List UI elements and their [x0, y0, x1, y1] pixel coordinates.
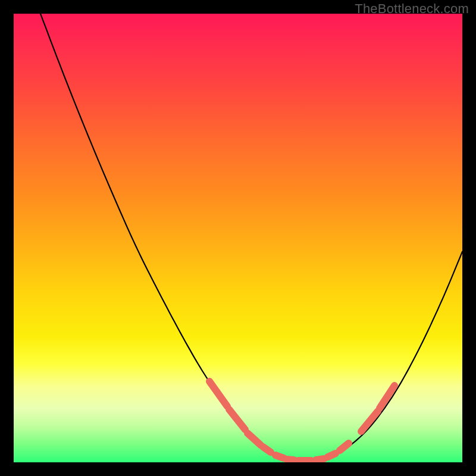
- chart-container: TheBottleneck.com: [0, 0, 476, 476]
- right-arm-segment: [328, 453, 336, 457]
- left-arm-segment: [229, 409, 245, 430]
- bottom-segment: [316, 459, 324, 460]
- left-arm-segment: [248, 433, 261, 445]
- left-arm-segment: [209, 381, 227, 406]
- bottom-segment: [275, 455, 284, 458]
- bottleneck-curve: [40, 14, 462, 461]
- bottleneck-curve-svg: [14, 14, 462, 462]
- marker-group: [209, 381, 394, 461]
- left-arm-segment: [263, 447, 271, 452]
- plot-area: [14, 14, 462, 462]
- right-arm-segment: [340, 443, 349, 450]
- bottom-segment: [287, 459, 294, 460]
- site-watermark: TheBottleneck.com: [355, 1, 469, 17]
